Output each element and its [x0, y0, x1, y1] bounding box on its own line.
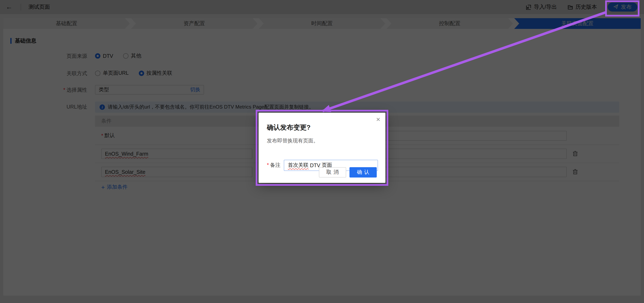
required-asterisk: * [267, 162, 269, 168]
confirm-button[interactable]: 确认 [350, 167, 377, 178]
note-value-part: 首次关联 [288, 162, 308, 169]
note-label: *备注 [267, 162, 280, 169]
dialog-title: 确认发布变更? [267, 123, 311, 132]
close-icon[interactable]: ✕ [376, 117, 380, 122]
app-window: ← 测试页面 导入/导出 历史版本 [0, 0, 644, 303]
dialog-message: 发布即替换现有页面。 [267, 137, 318, 144]
confirm-publish-dialog: ✕ 确认发布变更? 发布即替换现有页面。 *备注 首次关联 DTV 页面 取消 … [258, 113, 386, 183]
cancel-button[interactable]: 取消 [319, 167, 346, 178]
